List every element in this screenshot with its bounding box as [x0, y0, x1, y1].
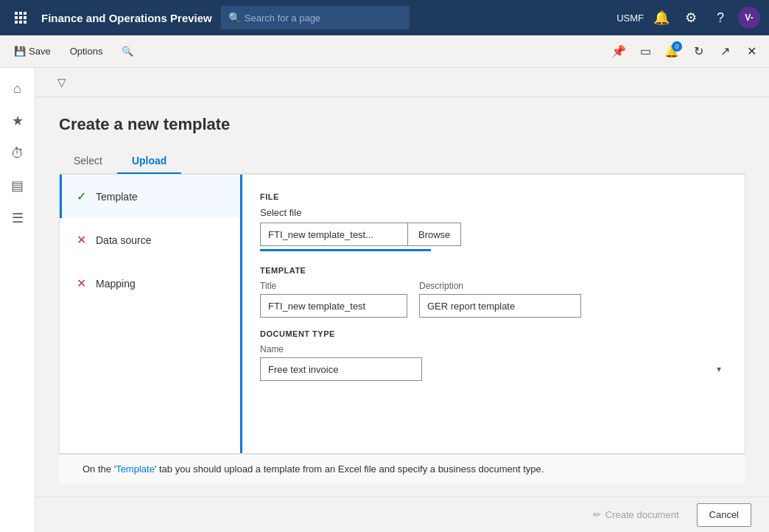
wizard-panel: ✓ Template ✕ Data source ✕ Mapping — [59, 174, 745, 454]
search-input[interactable] — [221, 6, 410, 29]
document-type-select[interactable]: Free text invoice Invoice Report — [260, 357, 422, 381]
page-content: Create a new template Select Upload ✓ Te… — [35, 97, 769, 497]
browse-button[interactable]: Browse — [407, 223, 461, 246]
wizard-step-mapping-label: Mapping — [96, 278, 136, 290]
notification-button[interactable]: 🔔 — [650, 6, 673, 29]
wizard-content: FILE Select file Browse TEMPLATE Title — [242, 175, 745, 453]
sidebar-icon-home[interactable]: ⌂ — [3, 74, 32, 103]
company-label: USMF — [617, 13, 644, 24]
panel-toggle-icon[interactable]: ▭ — [633, 40, 657, 63]
sidebar-icon-workspaces[interactable]: ▤ — [3, 171, 32, 200]
svg-rect-4 — [19, 16, 22, 19]
close-icon[interactable]: ✕ — [740, 40, 763, 63]
description-label: Description — [419, 281, 581, 291]
app-title: Finance and Operations Preview — [41, 12, 212, 24]
filter-icon[interactable]: ▽ — [47, 68, 77, 97]
refresh-icon[interactable]: ↻ — [687, 40, 710, 63]
topbar-right: USMF 🔔 ⚙ ? V- — [617, 6, 760, 29]
svg-rect-1 — [19, 12, 22, 15]
wizard-step-template-label: Template — [96, 191, 138, 203]
create-document-icon: ✏ — [593, 509, 601, 520]
toolbar-search-button[interactable]: 🔍 — [113, 42, 141, 60]
svg-rect-3 — [15, 16, 18, 19]
notification-count: 0 — [672, 41, 682, 52]
svg-rect-7 — [19, 21, 22, 24]
file-input-row: Browse — [260, 223, 727, 246]
tab-select[interactable]: Select — [59, 149, 117, 174]
cancel-button[interactable]: Cancel — [697, 503, 751, 527]
wizard-step-template[interactable]: ✓ Template — [60, 175, 240, 218]
title-field-group: Title — [260, 281, 407, 318]
template-section-heading: TEMPLATE — [260, 266, 727, 275]
svg-rect-8 — [24, 21, 27, 24]
description-input[interactable] — [419, 294, 581, 318]
progress-bar — [260, 249, 431, 251]
page-title: Create a new template — [59, 115, 745, 134]
template-check-icon: ✓ — [74, 189, 88, 203]
info-bar: On the 'Template' tab you should upload … — [59, 454, 745, 483]
title-label: Title — [260, 281, 407, 291]
sidebar-icon-favorites[interactable]: ★ — [3, 106, 32, 136]
save-button[interactable]: 💾 Save — [6, 42, 59, 60]
action-bar: ✏ Create document Cancel — [35, 497, 769, 532]
template-link[interactable]: Template — [116, 463, 155, 475]
select-file-label: Select file — [260, 207, 727, 218]
topbar: Finance and Operations Preview 🔍 USMF 🔔 … — [0, 0, 769, 35]
pin-icon[interactable]: 📌 — [607, 40, 631, 63]
sidebar-icon-recent[interactable]: ⏱ — [3, 139, 32, 168]
wizard-steps: ✓ Template ✕ Data source ✕ Mapping — [60, 175, 242, 453]
name-field-group: Name Free text invoice Invoice Report — [260, 344, 727, 381]
svg-rect-0 — [15, 12, 18, 15]
tab-upload[interactable]: Upload — [117, 149, 181, 174]
toolbar-search-icon: 🔍 — [122, 46, 133, 57]
info-text: On the 'Template' tab you should upload … — [82, 463, 544, 475]
tabs: Select Upload — [59, 149, 745, 174]
settings-button[interactable]: ⚙ — [679, 6, 703, 29]
open-in-new-icon[interactable]: ↗ — [713, 40, 737, 63]
svg-rect-5 — [24, 16, 27, 19]
document-type-heading: DOCUMENT TYPE — [260, 329, 727, 338]
file-text-input[interactable] — [260, 223, 407, 246]
save-icon: 💾 — [14, 46, 26, 57]
search-wrap: 🔍 — [221, 6, 410, 29]
svg-rect-2 — [24, 12, 27, 15]
template-fields-row: Title Description — [260, 281, 727, 318]
create-document-button[interactable]: ✏ Create document — [581, 503, 691, 527]
help-button[interactable]: ? — [709, 6, 732, 29]
document-type-section: DOCUMENT TYPE Name Free text invoice Inv… — [260, 329, 727, 381]
mapping-x-icon: ✕ — [74, 276, 88, 290]
wizard-step-datasource-label: Data source — [96, 234, 151, 246]
title-input[interactable] — [260, 294, 407, 318]
description-field-group: Description — [419, 281, 581, 318]
grid-menu-icon[interactable] — [9, 6, 32, 29]
wizard-step-datasource[interactable]: ✕ Data source — [60, 218, 240, 262]
svg-rect-6 — [15, 21, 18, 24]
sidebar-icons: ⌂ ★ ⏱ ▤ ☰ — [0, 68, 35, 532]
wizard-step-mapping[interactable]: ✕ Mapping — [60, 262, 240, 305]
notification-badge-button[interactable]: 🔔 0 — [660, 40, 684, 63]
file-section-heading: FILE — [260, 192, 727, 201]
options-button[interactable]: Options — [62, 42, 111, 60]
datasource-x-icon: ✕ — [74, 233, 88, 247]
main-layout: ⌂ ★ ⏱ ▤ ☰ ▽ Create a new template Select… — [0, 68, 769, 532]
avatar[interactable]: V- — [738, 7, 760, 29]
progress-bar-wrap — [260, 249, 431, 251]
document-type-select-wrap: Free text invoice Invoice Report — [260, 357, 727, 381]
filter-bar: ▽ — [35, 68, 769, 97]
secondary-toolbar: 💾 Save Options 🔍 📌 ▭ 🔔 0 ↻ ↗ ✕ — [0, 35, 769, 68]
sidebar-icon-modules[interactable]: ☰ — [3, 203, 32, 233]
content-area: ▽ Create a new template Select Upload ✓ … — [35, 68, 769, 532]
name-label: Name — [260, 344, 727, 354]
